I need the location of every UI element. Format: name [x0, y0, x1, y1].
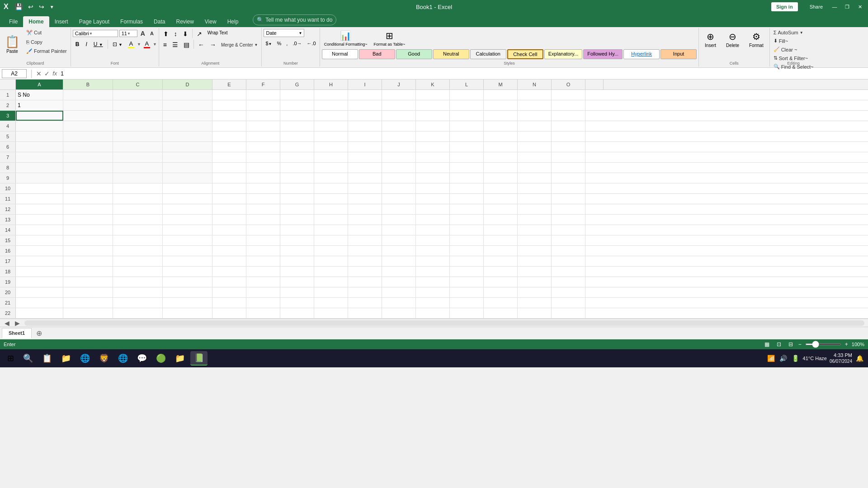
list-item[interactable]: [518, 267, 552, 277]
left-align-button[interactable]: ≡: [161, 40, 169, 50]
list-item[interactable]: [518, 100, 552, 110]
normal-style-button[interactable]: Normal: [322, 49, 358, 59]
quick-redo-btn[interactable]: ↪: [37, 2, 46, 11]
list-item[interactable]: [246, 225, 280, 235]
list-item[interactable]: [314, 183, 348, 193]
search-button[interactable]: 🔍: [19, 352, 37, 365]
tab-view[interactable]: View: [199, 16, 222, 27]
list-item[interactable]: [416, 204, 450, 214]
list-item[interactable]: [16, 225, 63, 235]
list-item[interactable]: [113, 225, 163, 235]
list-item[interactable]: [382, 204, 416, 214]
list-item[interactable]: [163, 152, 212, 162]
zoom-out-btn[interactable]: −: [798, 341, 802, 347]
increase-indent-button[interactable]: →: [208, 40, 218, 50]
list-item[interactable]: [314, 100, 348, 110]
close-btn[interactable]: ✕: [855, 2, 864, 11]
neutral-style-button[interactable]: Neutral: [433, 49, 469, 59]
font-color-button[interactable]: A: [142, 39, 152, 49]
row-number[interactable]: 8: [0, 163, 16, 173]
row-number[interactable]: 4: [0, 121, 16, 131]
list-item[interactable]: [314, 246, 348, 256]
list-item[interactable]: [212, 277, 246, 287]
list-item[interactable]: [16, 267, 63, 277]
list-item[interactable]: [16, 111, 63, 121]
list-item[interactable]: [63, 183, 113, 193]
list-item[interactable]: [348, 256, 382, 266]
col-header-b[interactable]: B: [63, 80, 113, 89]
fill-button[interactable]: ⬇ Fill~: [772, 37, 816, 45]
list-item[interactable]: [212, 152, 246, 162]
list-item[interactable]: [450, 256, 484, 266]
list-item[interactable]: [63, 142, 113, 152]
list-item[interactable]: [63, 100, 113, 110]
browser-btn-1[interactable]: 🌐: [76, 352, 94, 365]
list-item[interactable]: [163, 183, 212, 193]
list-item[interactable]: [246, 183, 280, 193]
list-item[interactable]: [314, 163, 348, 173]
list-item[interactable]: [113, 204, 163, 214]
decrease-decimal-button[interactable]: ←.0: [305, 40, 318, 47]
list-item[interactable]: [382, 152, 416, 162]
list-item[interactable]: [314, 308, 348, 318]
list-item[interactable]: [212, 287, 246, 297]
list-item[interactable]: [416, 225, 450, 235]
scroll-left-btn[interactable]: ◀: [2, 319, 12, 328]
list-item[interactable]: [314, 267, 348, 277]
list-item[interactable]: [163, 308, 212, 318]
list-item[interactable]: [416, 267, 450, 277]
row-number[interactable]: 19: [0, 277, 16, 287]
list-item[interactable]: [348, 173, 382, 183]
list-item[interactable]: [518, 308, 552, 318]
list-item[interactable]: [552, 246, 585, 256]
list-item[interactable]: [450, 267, 484, 277]
list-item[interactable]: [113, 298, 163, 308]
list-item[interactable]: [63, 256, 113, 266]
list-item[interactable]: [63, 204, 113, 214]
col-header-k[interactable]: K: [416, 80, 450, 89]
browser-btn-2[interactable]: 🦁: [95, 352, 113, 365]
center-align-button[interactable]: ☰: [170, 40, 180, 50]
list-item[interactable]: [63, 235, 113, 245]
list-item[interactable]: [416, 183, 450, 193]
list-item[interactable]: [450, 246, 484, 256]
row-number[interactable]: 11: [0, 194, 16, 204]
list-item[interactable]: [484, 204, 518, 214]
list-item[interactable]: [212, 90, 246, 100]
chat-btn[interactable]: 💬: [133, 352, 151, 365]
list-item[interactable]: [280, 183, 314, 193]
list-item[interactable]: [450, 142, 484, 152]
list-item[interactable]: [212, 215, 246, 225]
row-number[interactable]: 1: [0, 90, 16, 100]
list-item[interactable]: [348, 100, 382, 110]
list-item[interactable]: [518, 204, 552, 214]
followed-hyperlink-style-button[interactable]: Followed Hy...: [583, 49, 623, 59]
list-item[interactable]: [552, 308, 585, 318]
col-header-m[interactable]: M: [484, 80, 518, 89]
font-shrink-button[interactable]: A: [148, 30, 156, 37]
row-number[interactable]: 7: [0, 152, 16, 162]
list-item[interactable]: [552, 121, 585, 131]
list-item[interactable]: [246, 246, 280, 256]
list-item[interactable]: [63, 277, 113, 287]
list-item[interactable]: [450, 163, 484, 173]
list-item[interactable]: [280, 100, 314, 110]
list-item[interactable]: 1: [16, 100, 63, 110]
list-item[interactable]: [246, 204, 280, 214]
list-item[interactable]: [552, 287, 585, 297]
list-item[interactable]: [416, 173, 450, 183]
list-item[interactable]: [246, 277, 280, 287]
list-item[interactable]: [246, 111, 280, 121]
list-item[interactable]: [382, 287, 416, 297]
list-item[interactable]: [16, 298, 63, 308]
list-item[interactable]: [450, 298, 484, 308]
list-item[interactable]: [348, 183, 382, 193]
list-item[interactable]: [416, 142, 450, 152]
list-item[interactable]: [212, 111, 246, 121]
list-item[interactable]: [348, 225, 382, 235]
currency-button[interactable]: $▼: [264, 40, 274, 47]
list-item[interactable]: [518, 194, 552, 204]
list-item[interactable]: [484, 277, 518, 287]
list-item[interactable]: [314, 173, 348, 183]
row-number[interactable]: 16: [0, 246, 16, 256]
